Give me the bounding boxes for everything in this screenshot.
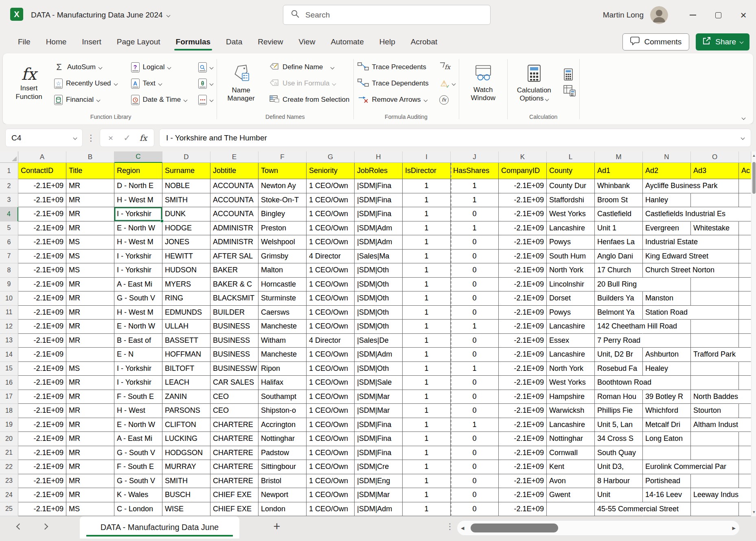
grid-cell[interactable] [643,278,691,292]
grid-cell[interactable]: -2.1E+09 [18,502,66,517]
grid-cell[interactable]: Avon [547,474,595,488]
column-header-D[interactable]: D [162,151,210,163]
use-in-formula-button[interactable]: fx Use in Formula [267,75,352,92]
grid-cell[interactable]: H - West M [114,235,162,250]
grid-cell[interactable]: MS [66,502,114,517]
grid-cell[interactable]: -2.1E+09 [499,278,547,292]
grid-cell[interactable]: South Quay [595,446,643,460]
header-cell-B[interactable]: Title [66,163,114,179]
grid-cell[interactable]: 1 [403,404,451,418]
define-name-button[interactable]: Define Name [267,59,352,75]
grid-cell[interactable]: 45-55 Commercial Street [595,502,643,517]
grid-cell[interactable]: |SDM|Adm [355,221,403,236]
grid-cell[interactable]: |SDM|Oth [355,278,403,292]
grid-cell[interactable] [691,502,739,517]
grid-cell[interactable]: 8 Harbour [595,474,643,488]
grid-cell[interactable]: I - Yorkshir [114,207,162,221]
grid-cell[interactable]: -2.1E+09 [499,488,547,502]
grid-cell[interactable]: Aycliffe Business Park [643,179,691,193]
grid-cell[interactable]: I - Yorkshir [114,362,162,376]
row-header-3[interactable]: 3 [0,193,18,208]
row-header-25[interactable]: 25 [0,502,18,517]
grid-cell[interactable]: CHARTERE [210,446,259,460]
grid-cell[interactable]: HODGSON [162,446,210,460]
grid-cell[interactable]: Shipston-o [259,404,307,418]
grid-cell[interactable]: -2.1E+09 [18,348,66,362]
grid-cell[interactable]: 0 [451,250,499,264]
row-header-11[interactable]: 11 [0,306,18,320]
grid-cell[interactable]: MR [66,460,114,474]
grid-cell[interactable]: -2.1E+09 [499,348,547,362]
grid-cell[interactable]: |SDM|Mar [355,404,403,418]
grid-cell[interactable]: -2.1E+09 [499,376,547,390]
grid-cell[interactable]: ZANIN [162,390,210,404]
grid-cell[interactable]: 1 [403,418,451,432]
grid-cell[interactable]: Gwent [547,488,595,502]
grid-cell[interactable]: SMITH [162,474,210,488]
grid-cell[interactable]: |SDM|Sale [355,376,403,390]
grid-cell[interactable]: Station Road [643,306,691,320]
grid-cell[interactable]: Lincolnshir [547,278,595,292]
grid-cell[interactable]: -2.1E+09 [18,446,66,460]
grid-cell[interactable]: Newton Ay [259,179,307,193]
grid-cell[interactable]: BUSINESS [210,348,259,362]
search-input[interactable]: Search [283,5,491,25]
next-sheet-button[interactable] [42,523,48,530]
grid-cell[interactable] [739,446,751,460]
grid-cell[interactable] [739,221,751,236]
grid-cell[interactable]: |SDM|Mar [355,390,403,404]
grid-cell[interactable]: Halifax [259,376,307,390]
grid-cell[interactable]: -2.1E+09 [499,502,547,517]
grid-cell[interactable]: F - South E [114,390,162,404]
grid-cell[interactable]: 1 CEO/Own [307,362,355,376]
grid-cell[interactable]: -2.1E+09 [499,460,547,474]
grid-cell[interactable]: CHARTERE [210,418,259,432]
grid-cell[interactable]: 1 [403,474,451,488]
grid-cell[interactable]: 1 [403,193,451,208]
grid-cell[interactable] [691,474,739,488]
grid-cell[interactable]: 1 CEO/Own [307,432,355,446]
grid-cell[interactable]: 4 Director [307,334,355,348]
logical-button[interactable]: ? Logical [129,59,190,75]
grid-cell[interactable] [691,306,739,320]
grid-cell[interactable]: C - London [114,502,162,517]
grid-cell[interactable]: Builders Ya [595,291,643,306]
grid-cell[interactable]: 1 [403,334,451,348]
header-cell-A[interactable]: ContactID [18,163,66,179]
header-cell-G[interactable]: Seniority [307,163,355,179]
grid-cell[interactable] [691,235,739,250]
grid-cell[interactable]: Whinbank [595,179,643,193]
grid-cell[interactable]: 1 CEO/Own [307,446,355,460]
grid-cell[interactable]: 1 CEO/Own [307,488,355,502]
column-header-E[interactable]: E [210,151,259,163]
grid-cell[interactable]: County Dur [547,179,595,193]
grid-cell[interactable]: 1 CEO/Own [307,460,355,474]
grid-cell[interactable]: 1 [451,320,499,334]
grid-cell[interactable]: |SDM|Mar [355,488,403,502]
grid-cell[interactable]: MR [66,207,114,221]
grid-cell[interactable]: -2.1E+09 [499,334,547,348]
grid-cell[interactable]: -2.1E+09 [499,446,547,460]
grid-cell[interactable]: MS [66,235,114,250]
grid-cell[interactable]: E - North W [114,320,162,334]
calculation-options-button[interactable]: Calculation Options [509,64,559,104]
grid-cell[interactable]: CHIEF EXE [210,502,259,517]
grid-cell[interactable]: I - Yorkshir [114,250,162,264]
grid-cell[interactable]: -2.1E+09 [18,263,66,278]
grid-cell[interactable]: -2.1E+09 [18,179,66,193]
header-cell-K[interactable]: CompanyID [499,163,547,179]
grid-cell[interactable]: |SDM|Oth [355,306,403,320]
grid-cell[interactable]: |SDM|Cre [355,460,403,474]
text-button[interactable]: A Text [129,75,190,92]
scroll-right-icon[interactable]: ▶ [732,526,736,531]
grid-cell[interactable]: Stoke-On-T [259,193,307,208]
grid-cell[interactable] [739,418,751,432]
grid-cell[interactable]: -2.1E+09 [18,207,66,221]
add-sheet-button[interactable]: + [269,520,285,533]
grid-cell[interactable]: 1 [403,390,451,404]
grid-cell[interactable]: H - West [114,404,162,418]
watch-window-button[interactable]: Watch Window [460,64,506,103]
grid-cell[interactable] [739,432,751,446]
grid-cell[interactable]: Industrial Estate [643,235,691,250]
insert-function-button[interactable]: fx Insert Function [6,65,52,102]
